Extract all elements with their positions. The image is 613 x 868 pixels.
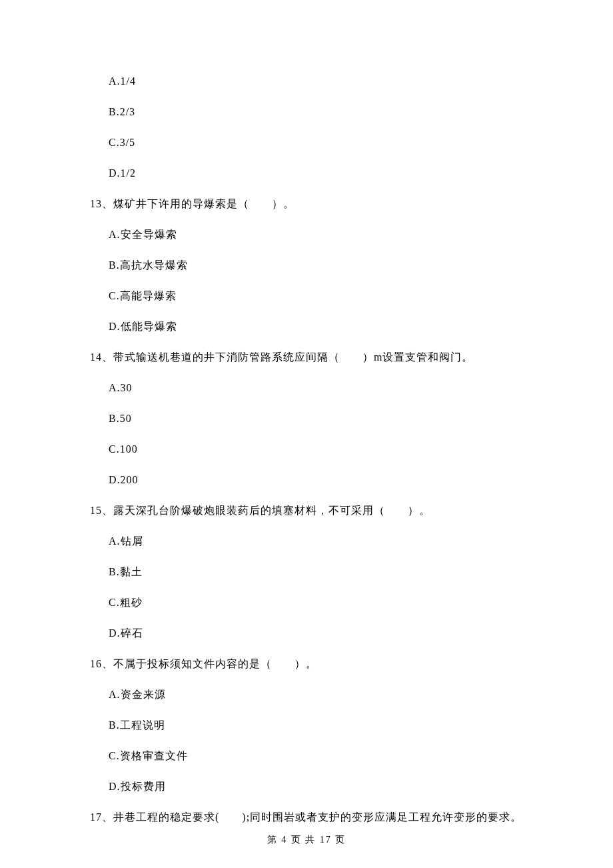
q13-option-a: A.安全导爆索 [109,227,523,243]
q12-option-c: C.3/5 [109,135,523,151]
q13-option-d: D.低能导爆索 [109,319,523,335]
q15-option-a: A.钻屑 [109,533,523,549]
q16-option-d: D.投标费用 [109,779,523,795]
q16-stem: 16、不属于投标须知文件内容的是（ ）。 [90,656,523,672]
page-footer: 第 4 页 共 17 页 [0,833,613,847]
q15-option-b: B.黏土 [109,564,523,580]
q14-option-d: D.200 [109,472,523,488]
q13-stem: 13、煤矿井下许用的导爆索是（ ）。 [90,196,523,212]
q12-option-b: B.2/3 [109,104,523,120]
q16-option-b: B.工程说明 [109,717,523,733]
q13-option-b: B.高抗水导爆索 [109,257,523,273]
q15-option-d: D.碎石 [109,625,523,641]
q16-option-a: A.资金来源 [109,687,523,703]
q13-option-c: C.高能导爆索 [109,288,523,304]
q17-stem: 17、井巷工程的稳定要求( );同时围岩或者支护的变形应满足工程允许变形的要求。 [90,809,523,825]
q14-option-b: B.50 [109,411,523,427]
q12-option-a: A.1/4 [109,73,523,89]
q15-option-c: C.粗砂 [109,595,523,611]
q16-option-c: C.资格审查文件 [109,748,523,764]
q14-stem: 14、带式输送机巷道的井下消防管路系统应间隔（ ）m设置支管和阀门。 [90,349,523,365]
q14-option-c: C.100 [109,441,523,457]
q12-option-d: D.1/2 [109,165,523,181]
q15-stem: 15、露天深孔台阶爆破炮眼装药后的填塞材料，不可采用（ ）。 [90,503,523,519]
q14-option-a: A.30 [109,380,523,396]
